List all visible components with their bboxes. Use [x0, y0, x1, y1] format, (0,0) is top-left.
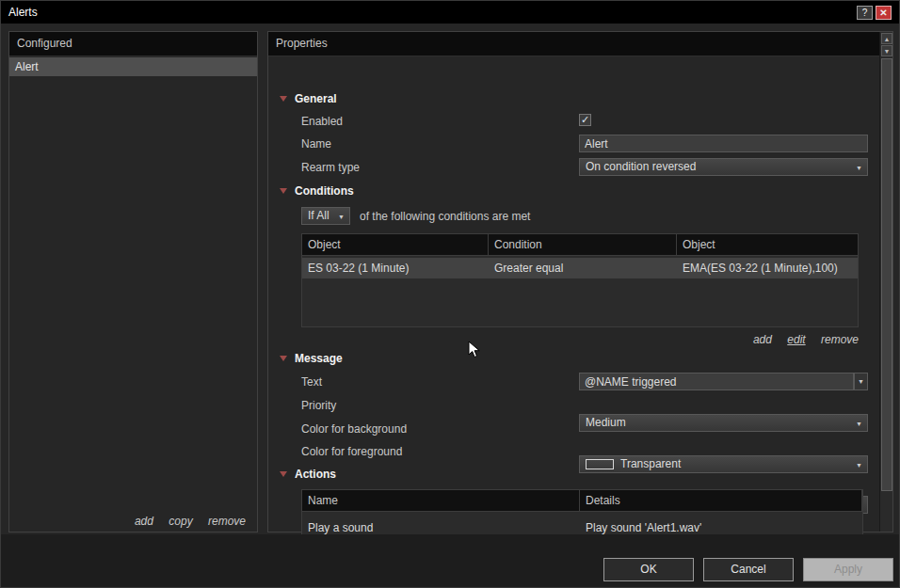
- background-color-select[interactable]: Transparent ▼: [579, 455, 868, 473]
- column-header-name: Name: [302, 490, 580, 511]
- scroll-up-icon[interactable]: ▲: [881, 33, 892, 44]
- properties-content: General Enabled ✓ Name Rearm type On con…: [268, 56, 879, 532]
- title-bar: Alerts ? ✕: [1, 1, 899, 24]
- scrollbar-thumb[interactable]: [881, 58, 892, 491]
- conditions-table-header: Object Condition Object: [302, 234, 858, 256]
- priority-label: Priority: [301, 399, 336, 412]
- cancel-button[interactable]: Cancel: [703, 558, 794, 581]
- conditions-links: add edit remove: [301, 333, 859, 346]
- collapse-arrow-icon: [280, 356, 287, 361]
- priority-select[interactable]: Medium ▼: [579, 414, 868, 432]
- priority-value: Medium: [586, 415, 626, 431]
- edit-condition-link[interactable]: edit: [787, 333, 805, 346]
- conditions-table: Object Condition Object ES 03-22 (1 Minu…: [301, 233, 859, 327]
- add-condition-link[interactable]: add: [753, 333, 772, 346]
- message-text-wrap: [579, 373, 854, 390]
- name-label: Name: [301, 137, 331, 151]
- section-conditions-title: Conditions: [295, 184, 354, 198]
- background-color-label: Color for background: [301, 422, 407, 436]
- section-conditions[interactable]: Conditions: [280, 184, 354, 198]
- rearm-type-select[interactable]: On condition reversed ▼: [579, 158, 868, 176]
- properties-header: Properties: [268, 32, 879, 56]
- column-header-object: Object: [302, 234, 489, 255]
- chevron-down-icon: ▼: [858, 378, 864, 385]
- collapse-arrow-icon: [280, 188, 287, 194]
- chevron-down-icon: ▼: [338, 208, 345, 224]
- properties-panel: Properties ▲ ▼ General Enabled ✓ Name Re…: [267, 31, 893, 532]
- scroll-down-icon[interactable]: ▼: [881, 45, 892, 56]
- chevron-down-icon: ▼: [856, 415, 862, 431]
- list-item-alert[interactable]: Alert: [9, 57, 257, 76]
- name-field-wrap: [579, 135, 868, 152]
- close-button[interactable]: ✕: [876, 6, 892, 20]
- actions-table-header: Name Details: [302, 490, 862, 512]
- condition-row[interactable]: ES 03-22 (1 Minute) Greater equal EMA(ES…: [302, 258, 858, 278]
- configured-header: Configured: [9, 32, 257, 56]
- configured-links: add copy remove: [122, 515, 246, 528]
- help-button[interactable]: ?: [857, 6, 873, 20]
- condition-object-2: EMA(ES 03-22 (1 Minute),100): [677, 258, 858, 278]
- match-mode-select[interactable]: If All ▼: [301, 207, 350, 225]
- remove-alert-link[interactable]: remove: [208, 515, 246, 528]
- match-mode-value: If All: [308, 208, 329, 224]
- section-general-title: General: [295, 92, 337, 105]
- section-message-title: Message: [295, 352, 343, 365]
- column-header-details: Details: [580, 490, 862, 511]
- foreground-color-label: Color for foreground: [301, 445, 402, 458]
- message-text-input[interactable]: [579, 373, 854, 390]
- condition-operator: Greater equal: [489, 258, 677, 278]
- section-actions-title: Actions: [295, 468, 336, 481]
- section-general[interactable]: General: [280, 92, 337, 105]
- background-swatch: [586, 459, 614, 469]
- copy-alert-link[interactable]: copy: [169, 515, 192, 528]
- chevron-down-icon: ▼: [856, 456, 862, 472]
- condition-object-1: ES 03-22 (1 Minute): [302, 258, 489, 278]
- apply-button[interactable]: Apply: [803, 558, 893, 581]
- remove-condition-link[interactable]: remove: [821, 333, 859, 346]
- add-alert-link[interactable]: add: [135, 515, 153, 528]
- background-color-value: Transparent: [620, 456, 681, 472]
- rearm-type-value: On condition reversed: [586, 159, 696, 175]
- window-title: Alerts: [8, 6, 38, 19]
- column-header-object-2: Object: [677, 234, 858, 255]
- name-input[interactable]: [579, 135, 868, 152]
- chevron-down-icon: ▼: [856, 159, 862, 175]
- enabled-label: Enabled: [301, 115, 343, 128]
- enabled-checkbox[interactable]: ✓: [579, 114, 591, 126]
- section-message[interactable]: Message: [280, 352, 343, 365]
- section-actions[interactable]: Actions: [280, 468, 336, 481]
- ok-button[interactable]: OK: [603, 558, 694, 581]
- collapse-arrow-icon: [280, 96, 287, 102]
- rearm-type-label: Rearm type: [301, 161, 360, 174]
- match-mode-suffix: of the following conditions are met: [360, 210, 530, 223]
- collapse-arrow-icon: [280, 471, 287, 477]
- message-text-dropdown-button[interactable]: ▼: [854, 373, 868, 390]
- properties-scrollbar: ▲ ▼: [879, 32, 892, 532]
- alerts-dialog: Alerts ? ✕ Configured Alert add copy rem…: [0, 0, 900, 588]
- message-text-label: Text: [301, 375, 322, 389]
- column-header-condition: Condition: [489, 234, 677, 255]
- configured-panel: Configured Alert add copy remove: [8, 31, 258, 532]
